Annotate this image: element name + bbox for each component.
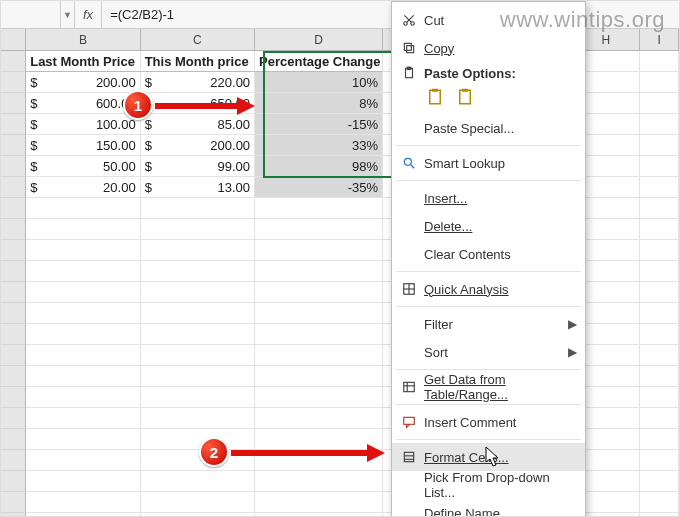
cell[interactable] — [26, 282, 140, 303]
menu-sort[interactable]: Sort ▶ — [392, 338, 585, 366]
cell[interactable] — [640, 240, 679, 261]
cell[interactable] — [141, 219, 255, 240]
cell[interactable] — [640, 387, 679, 408]
cell-last-month[interactable]: $20.00 — [26, 177, 140, 198]
cell[interactable] — [26, 408, 140, 429]
menu-format-cells[interactable]: Format Cells... — [392, 443, 585, 471]
cell[interactable] — [255, 366, 383, 387]
cell[interactable] — [640, 450, 679, 471]
cell[interactable] — [640, 324, 679, 345]
cell-last-month[interactable]: $50.00 — [26, 156, 140, 177]
row-head[interactable] — [1, 387, 26, 408]
row-head[interactable] — [1, 72, 26, 93]
cell[interactable] — [640, 135, 679, 156]
cell[interactable] — [255, 219, 383, 240]
cell[interactable] — [141, 366, 255, 387]
cell-last-month[interactable]: $100.00 — [26, 114, 140, 135]
row-head[interactable] — [1, 345, 26, 366]
cell[interactable] — [255, 303, 383, 324]
cell-last-month[interactable]: $150.00 — [26, 135, 140, 156]
cell[interactable] — [255, 471, 383, 492]
cell[interactable] — [640, 345, 679, 366]
row-head[interactable] — [1, 135, 26, 156]
cell[interactable] — [640, 303, 679, 324]
cell[interactable] — [640, 471, 679, 492]
row-head[interactable] — [1, 198, 26, 219]
cell[interactable] — [255, 492, 383, 513]
cell[interactable] — [26, 219, 140, 240]
cell[interactable] — [640, 282, 679, 303]
menu-paste-special[interactable]: Paste Special... — [392, 114, 585, 142]
cell[interactable] — [26, 471, 140, 492]
cell[interactable] — [255, 408, 383, 429]
cell[interactable] — [141, 303, 255, 324]
paste-option-default[interactable] — [424, 86, 446, 108]
cell[interactable] — [255, 345, 383, 366]
select-all-corner[interactable] — [1, 29, 26, 50]
menu-quick-analysis[interactable]: Quick Analysis — [392, 275, 585, 303]
row-head[interactable] — [1, 156, 26, 177]
cell[interactable] — [141, 492, 255, 513]
cell[interactable] — [141, 429, 255, 450]
row-head[interactable] — [1, 177, 26, 198]
cell[interactable] — [141, 408, 255, 429]
cell[interactable] — [141, 345, 255, 366]
row-head[interactable] — [1, 408, 26, 429]
cell[interactable] — [255, 282, 383, 303]
cell[interactable] — [640, 156, 679, 177]
cell[interactable] — [141, 282, 255, 303]
row-head[interactable] — [1, 492, 26, 513]
row-head[interactable] — [1, 261, 26, 282]
menu-filter[interactable]: Filter ▶ — [392, 310, 585, 338]
cell[interactable] — [26, 513, 140, 517]
cell[interactable] — [141, 198, 255, 219]
row-head[interactable] — [1, 93, 26, 114]
col-header-D[interactable]: D — [255, 29, 383, 50]
name-box[interactable] — [1, 1, 61, 28]
cell[interactable] — [255, 429, 383, 450]
cell[interactable] — [640, 72, 679, 93]
row-head[interactable] — [1, 219, 26, 240]
fx-label-icon[interactable]: fx — [75, 1, 102, 28]
cell[interactable] — [26, 450, 140, 471]
menu-clear-contents[interactable]: Clear Contents — [392, 240, 585, 268]
cell[interactable] — [640, 51, 679, 72]
menu-insert-comment[interactable]: Insert Comment — [392, 408, 585, 436]
cell[interactable] — [255, 240, 383, 261]
cell[interactable] — [26, 429, 140, 450]
col-header-C[interactable]: C — [141, 29, 255, 50]
cell-this-month[interactable]: $99.00 — [141, 156, 255, 177]
cell[interactable] — [26, 261, 140, 282]
cell-last-month[interactable]: $200.00 — [26, 72, 140, 93]
cell[interactable] — [141, 240, 255, 261]
menu-pick-list[interactable]: Pick From Drop-down List... — [392, 471, 585, 499]
row-head[interactable] — [1, 303, 26, 324]
cell-this-month[interactable]: $13.00 — [141, 177, 255, 198]
cell[interactable] — [640, 261, 679, 282]
cell[interactable] — [26, 366, 140, 387]
cell[interactable] — [640, 219, 679, 240]
cell[interactable] — [26, 198, 140, 219]
menu-copy[interactable]: Copy — [392, 34, 585, 62]
header-last-month[interactable]: Last Month Price — [26, 51, 140, 72]
name-box-dropdown-icon[interactable]: ▼ — [61, 1, 75, 28]
cell-pct-change[interactable]: -15% — [255, 114, 383, 135]
cell[interactable] — [141, 261, 255, 282]
cell-pct-change[interactable]: 10% — [255, 72, 383, 93]
cell[interactable] — [640, 198, 679, 219]
cell-pct-change[interactable]: 98% — [255, 156, 383, 177]
cell[interactable] — [640, 513, 679, 517]
row-head[interactable] — [1, 513, 26, 517]
cell[interactable] — [640, 93, 679, 114]
cell[interactable] — [255, 513, 383, 517]
cell[interactable] — [141, 324, 255, 345]
cell[interactable] — [26, 303, 140, 324]
row-head[interactable] — [1, 282, 26, 303]
header-this-month[interactable]: This Month price — [141, 51, 255, 72]
cell-this-month[interactable]: $85.00 — [141, 114, 255, 135]
row-head[interactable] — [1, 450, 26, 471]
cell[interactable] — [255, 261, 383, 282]
cell[interactable] — [640, 492, 679, 513]
cell-pct-change[interactable]: 8% — [255, 93, 383, 114]
cell[interactable] — [26, 324, 140, 345]
